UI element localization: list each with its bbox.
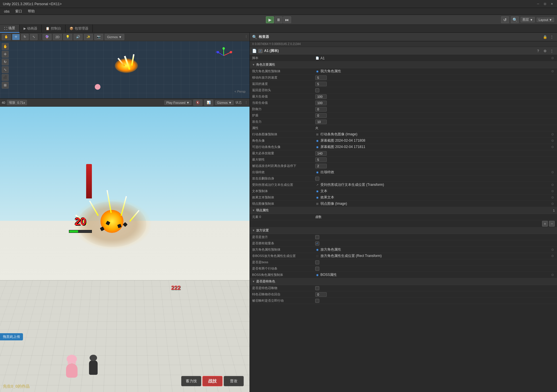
reset-12[interactable]: ⊙ bbox=[550, 139, 555, 143]
component-settings-button[interactable]: ⚙ bbox=[542, 48, 548, 54]
audio-toggle[interactable]: 🔊 bbox=[74, 34, 83, 40]
scale-tool-button[interactable]: ⤡ bbox=[30, 34, 38, 40]
reset-17[interactable]: ⊙ bbox=[550, 170, 555, 175]
tab-scene[interactable]: ⛶ 场景 bbox=[0, 25, 20, 33]
reset-13[interactable]: ⊙ bbox=[550, 145, 555, 149]
rect-icon[interactable]: ⬛ bbox=[2, 74, 9, 81]
val-return-flip bbox=[315, 88, 555, 92]
menu-help[interactable]: 帮助 bbox=[26, 8, 37, 14]
2d-toggle[interactable]: 2D bbox=[53, 34, 62, 40]
checkbox-is-enemy[interactable] bbox=[315, 235, 319, 239]
checkbox-is-special-summon[interactable] bbox=[315, 286, 319, 290]
window-controls[interactable]: ─ ⊡ ✕ bbox=[536, 2, 554, 6]
rotate-icon[interactable]: ↻ bbox=[2, 58, 9, 65]
play-button[interactable]: ▶ bbox=[266, 16, 274, 23]
reset-21[interactable]: ⊙ bbox=[550, 195, 555, 200]
val-attack: 10 bbox=[315, 120, 555, 124]
weak-remove-button[interactable]: − bbox=[549, 221, 555, 227]
component-checkbox[interactable]: ✓ bbox=[258, 49, 262, 53]
checkbox-immediate-action[interactable] bbox=[315, 299, 319, 303]
reset-1[interactable]: ⊙ bbox=[550, 69, 555, 74]
reset-11[interactable]: ⊙ bbox=[550, 132, 555, 137]
hand-icon[interactable]: ✋ bbox=[2, 43, 9, 50]
val-summon-rounds: 0 bbox=[315, 292, 555, 297]
rotate-tool-button[interactable]: ↻ bbox=[21, 34, 29, 40]
minimize-button[interactable]: ─ bbox=[536, 2, 540, 6]
scene-more[interactable]: ⋮ bbox=[245, 35, 248, 39]
checkbox-return-flip[interactable] bbox=[315, 88, 319, 92]
persp-label: < Persp bbox=[235, 90, 245, 93]
reset-enemy[interactable]: ⊙ bbox=[550, 247, 555, 252]
reset-boss[interactable]: ⊙ bbox=[550, 273, 555, 277]
move-icon[interactable]: ✛ bbox=[2, 51, 9, 58]
scene-view-mini[interactable]: ✋ ✛ ↻ ⤡ ⬛ ⊞ bbox=[0, 41, 250, 99]
lighting-toggle[interactable]: 💡 bbox=[63, 34, 72, 40]
inspector-more-button[interactable]: ⋮ bbox=[549, 34, 555, 40]
inspector-tools: 🔒 ⋮ bbox=[542, 34, 555, 40]
game-status-label: 状态 bbox=[235, 100, 242, 105]
label-is-enemy: 是否是放方 bbox=[252, 235, 315, 239]
reset-19[interactable]: ⊙ bbox=[550, 183, 555, 187]
reset-22[interactable]: ⊙ bbox=[550, 202, 555, 206]
checkbox-delete-after-attack[interactable] bbox=[315, 177, 319, 181]
row-delete-after-attack: 攻击后删除自身 bbox=[250, 175, 557, 182]
move-tool-button[interactable]: ✛ bbox=[12, 34, 20, 40]
history-button[interactable]: ↺ bbox=[501, 16, 509, 23]
label-enter-fx: 出场特效 bbox=[252, 170, 315, 174]
skill-charge-button[interactable]: 蓄力技 bbox=[181, 376, 201, 386]
step-button[interactable]: ⏭ bbox=[283, 16, 291, 23]
gizmos-dropdown[interactable]: Gizmos▼ bbox=[105, 34, 124, 40]
upload-overlay[interactable]: 拖至此上传 bbox=[0, 333, 23, 340]
checkbox-is-boss[interactable] bbox=[315, 260, 319, 264]
tab-package-manager[interactable]: 📦 包管理器 bbox=[65, 25, 93, 33]
maximize-button[interactable]: ⊡ bbox=[543, 2, 547, 6]
zoom-label: 缩放 bbox=[9, 100, 15, 105]
inspector-content[interactable]: ▼ 角色主要属性 我方角色属性预制体 ◉ 我方角色属性 ⊙ 移动向放方的速度 5 bbox=[250, 61, 557, 392]
mute-button[interactable]: 🔇 bbox=[193, 100, 202, 106]
game-view[interactable]: 20 bbox=[0, 107, 250, 392]
scale-dropdown[interactable]: 缩放 0.71x bbox=[7, 100, 27, 105]
script-reset[interactable]: ⊙ bbox=[550, 56, 555, 61]
stats-button[interactable]: 📊 bbox=[204, 100, 213, 106]
row-two-action-bars: 是否有两个行动条 bbox=[250, 266, 557, 272]
scene-view-options[interactable]: 🔮 bbox=[42, 34, 52, 40]
hand-tool-button[interactable]: ✋ bbox=[2, 34, 11, 40]
val-text-17: 出场特效 bbox=[320, 170, 334, 175]
game-gizmos-dropdown[interactable]: Gizmos▼ bbox=[215, 100, 234, 105]
skill-combat-button[interactable]: 战技 bbox=[202, 376, 223, 386]
game-more-btn[interactable]: ⋮ bbox=[245, 101, 248, 104]
checkbox-has-energy[interactable] bbox=[315, 241, 319, 245]
menu-obs[interactable]: obs bbox=[2, 9, 12, 14]
menu-window[interactable]: 窗口 bbox=[13, 8, 24, 14]
reset-non-boss[interactable]: ⊙ bbox=[550, 254, 555, 258]
inspector-lock-button[interactable]: 🔒 bbox=[542, 34, 548, 40]
effects-toggle[interactable]: ✨ bbox=[84, 34, 93, 40]
scene-camera[interactable]: 📷 bbox=[94, 34, 103, 40]
layers-dropdown[interactable]: 图层 ▼ bbox=[521, 17, 535, 22]
weak-add-row: + − bbox=[250, 220, 557, 227]
num-cur-hp: 100 bbox=[315, 101, 327, 105]
ref-icon-20: ◉ bbox=[315, 189, 319, 193]
scale-icon[interactable]: ⤡ bbox=[2, 66, 9, 73]
weak-add-button[interactable]: + bbox=[542, 221, 548, 227]
layout-dropdown[interactable]: Layout ▼ bbox=[537, 17, 554, 22]
row-enter-fx: 出场特效 ◉ 出场特效 ⊙ bbox=[250, 169, 557, 175]
watermark: 先生0_0的作品 bbox=[3, 384, 30, 389]
transform-icon[interactable]: ⊞ bbox=[2, 82, 9, 89]
checkbox-two-action-bars[interactable] bbox=[315, 267, 319, 271]
section-expand-icon: ▼ bbox=[252, 63, 255, 66]
checkbox-check: ✓ bbox=[259, 49, 262, 52]
close-button[interactable]: ✕ bbox=[550, 2, 554, 6]
script-value-ref: 📄 A1 bbox=[315, 56, 550, 60]
label-damage-text-pos: 受到伤害或治疗文本生成位置 bbox=[252, 183, 315, 187]
tab-animator[interactable]: ▶ 动画器 bbox=[20, 25, 42, 33]
play-focused-dropdown[interactable]: Play Focused ▼ bbox=[164, 100, 192, 105]
reset-20[interactable]: ⊙ bbox=[550, 189, 555, 194]
search-button[interactable]: 🔍 bbox=[511, 16, 519, 23]
pause-button[interactable]: ⏸ bbox=[274, 16, 283, 23]
tab-console[interactable]: 📋 控制台 bbox=[42, 25, 65, 33]
skill-attack-button[interactable]: 普攻 bbox=[224, 376, 244, 386]
inspector-icon: 🔍 bbox=[252, 35, 257, 39]
component-more-button[interactable]: ⋮ bbox=[549, 48, 555, 54]
component-help-button[interactable]: ? bbox=[535, 48, 541, 54]
